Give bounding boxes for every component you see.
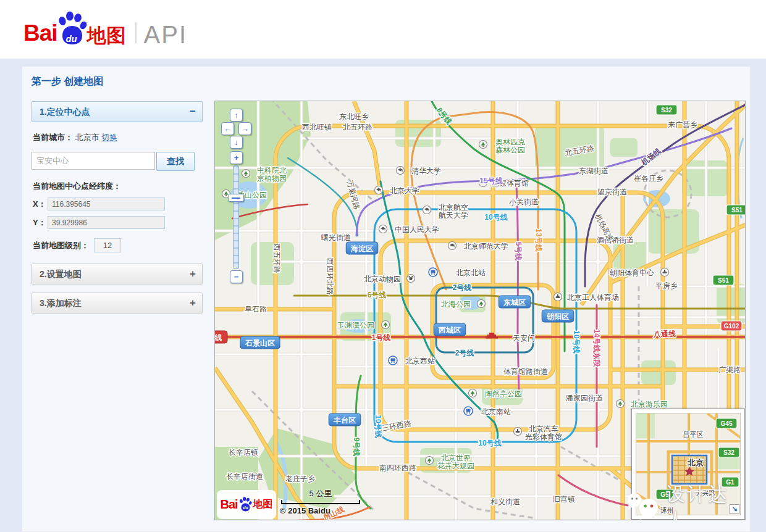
subway-line-label: 1号线 (372, 333, 391, 342)
svg-text:G45: G45 (721, 420, 733, 427)
tree-icon (469, 389, 477, 397)
minimap-label: 北京 (687, 458, 704, 467)
tree-icon (617, 400, 625, 408)
highway-shield: G45 (716, 418, 737, 428)
subway-line-label: 八通线 (653, 330, 676, 338)
overview-minimap[interactable]: 昌平区北京大兴区涿州 G45S32G1G5 ↘ (631, 409, 745, 520)
highway-shield: S32 (656, 105, 677, 115)
district-badge: 丰台区 (329, 414, 361, 426)
brand-bai-text: Bai (220, 497, 237, 512)
logo-ditu-text: 地图 (87, 26, 127, 49)
district-badge: 西城区 (434, 323, 466, 336)
highway-shield: G102 (721, 321, 742, 331)
svg-text:S32: S32 (723, 449, 734, 456)
x-label: X： (33, 199, 48, 210)
district-badge: 石景山区 (240, 336, 280, 349)
station-icon (389, 356, 397, 365)
minimap-label: 涿州 (660, 507, 674, 514)
subway-line-5 (516, 186, 519, 391)
zoo-icon (407, 275, 415, 283)
map-label: 北京动物园 (364, 275, 401, 283)
expand-plus-icon[interactable]: + (190, 264, 196, 284)
map-label: 南四环西路 (379, 463, 416, 472)
subway-line-label: 2号线 (455, 349, 474, 357)
pan-right-button[interactable]: → (238, 122, 251, 135)
switch-city-link[interactable]: 切换 (101, 133, 117, 142)
tree-icon (426, 457, 434, 465)
accordion-add-marker-title: 3.添加标注 (40, 298, 82, 308)
subway-line-label: 5号线 (514, 242, 523, 261)
svg-text:G1: G1 (726, 479, 734, 486)
school-icon (423, 206, 431, 214)
highway-shield: G5 (656, 489, 673, 499)
svg-text:S32: S32 (661, 107, 672, 114)
svg-text:1号线: 1号线 (215, 333, 222, 342)
station-icon (464, 407, 473, 415)
map-level-input[interactable] (94, 238, 121, 252)
map-label: 北京大学 (390, 186, 419, 195)
map-label: 广渠路 (718, 365, 741, 374)
y-coord-row: Y： (33, 216, 203, 229)
school-icon (379, 225, 387, 233)
y-coord-input[interactable] (48, 216, 165, 229)
copyright-text: © 2015 Baidu (280, 506, 330, 515)
map-label: 望京街道 (597, 188, 627, 196)
minimap-label: 大兴区 (696, 489, 716, 497)
baidu-map-brand[interactable]: Bai du 地图 (217, 490, 276, 519)
scale-bar (281, 500, 360, 504)
search-button[interactable]: 查找 (156, 152, 195, 171)
map-label: 玉渊潭公园 (337, 321, 374, 330)
map-label: 陶然亭公园 (485, 389, 522, 398)
map-canvas[interactable]: 东北旺乡西北旺镇来广营乡东湖街道崔各庄乡望京街道小关街道酒仙桥街道平房乡曙光街道… (214, 101, 746, 520)
accordion-add-marker[interactable]: 3.添加标注 + (32, 293, 203, 314)
logo-divider (135, 22, 137, 43)
expand-plus-icon[interactable]: + (190, 293, 196, 313)
svg-text:du: du (243, 505, 248, 509)
map-level-row: 当前地图级别： (33, 238, 203, 252)
line1-terminus-badge: 1号线 (215, 331, 227, 343)
pan-left-button[interactable]: ← (221, 122, 234, 135)
search-input[interactable] (32, 152, 155, 170)
tree-icon (478, 300, 486, 308)
stadium-icon (661, 268, 669, 276)
map-label: 北京西站 (405, 357, 435, 365)
map-level-label: 当前地图级别： (33, 240, 89, 251)
stadium-icon (554, 293, 562, 301)
station-icon (429, 268, 437, 276)
map-label: 长辛店镇 (229, 448, 258, 457)
zoom-slider-thumb[interactable] (228, 194, 244, 202)
subway-line-4 (381, 181, 498, 447)
map-label: 北京北站 (456, 268, 486, 277)
map-label: 曙光街道 (321, 233, 351, 242)
collapse-minus-icon[interactable]: − (190, 102, 196, 122)
zoom-slider-track[interactable] (233, 165, 239, 269)
minimap-collapse-icon[interactable]: ↘ (730, 504, 739, 514)
map-label: 奥林匹克森林公园 (495, 138, 526, 154)
pan-up-button[interactable]: ↑ (230, 109, 243, 122)
school-icon (375, 186, 383, 194)
center-coords-label: 当前地图中心点经纬度： (33, 181, 203, 192)
map-label: 来广营乡 (668, 120, 697, 129)
map-label: 北京航空航天大学 (439, 203, 468, 220)
pan-down-button[interactable]: ↓ (230, 136, 243, 149)
map-label: 北五环路 (343, 123, 372, 131)
district-badge: 朝阳区 (542, 310, 574, 322)
school-icon (397, 167, 405, 175)
search-row: 查找 (32, 152, 203, 171)
tiananmen-icon (486, 333, 498, 339)
accordion-set-map[interactable]: 2.设置地图 + (32, 264, 203, 285)
school-icon (448, 242, 457, 250)
current-city-label: 当前城市： (33, 133, 73, 142)
zoom-in-button[interactable]: + (230, 151, 243, 164)
map-label: 老庄子乡 (285, 475, 315, 483)
zoom-out-button[interactable]: − (230, 270, 243, 283)
baidu-map-logo[interactable]: Bai du 地图 API (23, 6, 187, 49)
svg-text:海淀区: 海淀区 (350, 244, 373, 253)
map-label: 小关街道 (509, 197, 539, 206)
x-coord-input[interactable] (48, 197, 165, 210)
subway-line-label: 10号线 (572, 330, 581, 353)
accordion-locate-center[interactable]: 1.定位中心点 − (32, 101, 203, 122)
map-label: 西北旺镇 (302, 123, 332, 131)
subway-line-label: 2号线 (453, 283, 472, 292)
map-label: 北京工人体育场 (567, 293, 619, 302)
